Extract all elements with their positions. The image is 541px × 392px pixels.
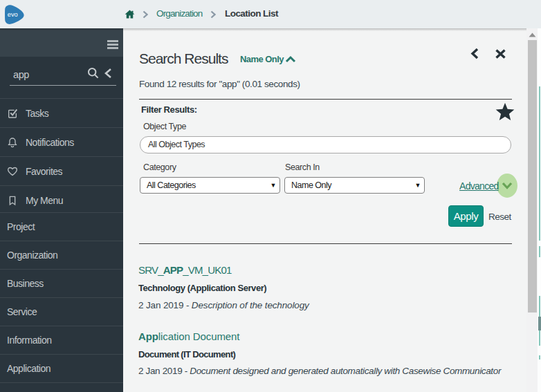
svg-text:evo: evo	[8, 11, 18, 18]
